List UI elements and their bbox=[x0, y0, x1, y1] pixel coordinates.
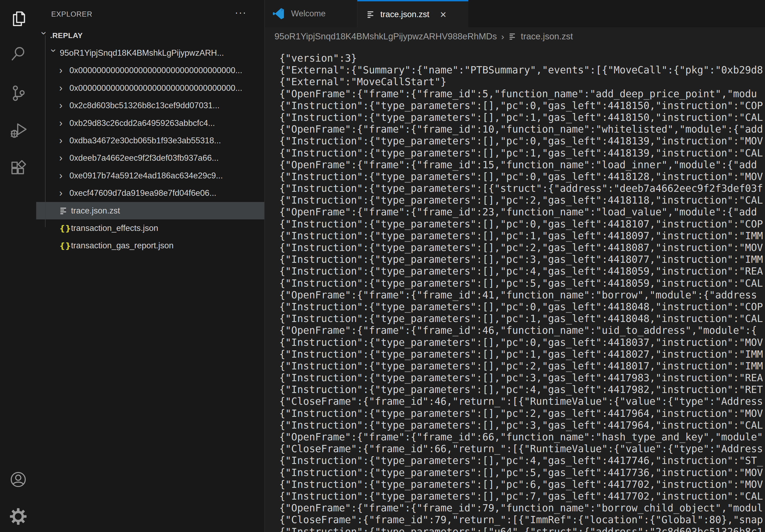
editor-content[interactable]: {"version":3}{"External":{"Summary":{"na… bbox=[265, 46, 765, 532]
code-line: {"OpenFrame":{"frame":{"frame_id":5,"fun… bbox=[279, 88, 765, 100]
tree-item-transaction-gas-report-json[interactable]: {}transaction_gas_report.json bbox=[36, 237, 264, 254]
settings-gear-icon[interactable] bbox=[0, 500, 36, 532]
code-line: {"Instruction":{"type_parameters":[{"str… bbox=[279, 183, 765, 194]
tree-item-label: 0xdeeb7a4662eec9f2f3def03fb937a66... bbox=[69, 153, 219, 163]
tree-item-folder[interactable]: ›0xb29d83c26cdd2a64959263abbcfc4... bbox=[36, 115, 264, 132]
explorer-icon[interactable] bbox=[0, 3, 36, 35]
file-tree: ›.REPLAY›95oR1YipjSnqd18K4BMshkLgPijypwz… bbox=[36, 27, 264, 254]
chevron-right-icon: › bbox=[59, 100, 69, 111]
editor-group: Welcome trace.json.zst × 95oR1YipjSnqd18… bbox=[265, 0, 765, 532]
tree-item-label: transaction_gas_report.json bbox=[71, 241, 174, 250]
code-line: {"Instruction":{"type_parameters":[],"pc… bbox=[279, 278, 765, 289]
file-lines-icon bbox=[367, 10, 375, 19]
code-line: {"Instruction":{"type_parameters":[],"pc… bbox=[279, 349, 765, 360]
code-line: {"Instruction":{"type_parameters":[],"pc… bbox=[279, 135, 765, 147]
section-replay[interactable]: ›.REPLAY bbox=[36, 27, 264, 44]
code-line: {"version":3} bbox=[279, 53, 765, 64]
code-line: {"Instruction":{"type_parameters":[],"pc… bbox=[279, 455, 765, 467]
breadcrumb: 95oR1YipjSnqd18K4BMshkLgPijypwzARHV988eR… bbox=[265, 27, 765, 46]
breadcrumb-file[interactable]: trace.json.zst bbox=[521, 31, 573, 42]
code-line: {"OpenFrame":{"frame":{"frame_id":15,"fu… bbox=[279, 159, 765, 171]
code-line: {"Instruction":{"type_parameters":[],"pc… bbox=[279, 112, 765, 124]
account-icon[interactable] bbox=[0, 463, 36, 496]
code-line: {"OpenFrame":{"frame":{"frame_id":10,"fu… bbox=[279, 124, 765, 135]
close-tab-icon[interactable]: × bbox=[440, 9, 446, 20]
json-file-icon: {} bbox=[59, 223, 71, 233]
activity-bar bbox=[0, 0, 36, 532]
tree-item-folder[interactable]: ›0xdeeb7a4662eec9f2f3def03fb937a66... bbox=[36, 149, 264, 167]
code-line: {"Instruction":{"type_parameters":[],"pc… bbox=[279, 313, 765, 325]
tree-item-label: trace.json.zst bbox=[71, 206, 120, 216]
search-icon[interactable] bbox=[0, 38, 36, 70]
chevron-right-icon: › bbox=[59, 118, 69, 129]
code-line: {"Instruction":{"type_parameters":[],"pc… bbox=[279, 265, 765, 277]
tree-item-label: 0x2c8d603bc51326b8c13cef9dd07031... bbox=[69, 101, 220, 111]
code-line: {"CloseFrame":{"frame_id":66,"return_":[… bbox=[279, 443, 765, 455]
tree-item-label: 95oR1YipjSnqd18K4BMshkLgPijypwzARH... bbox=[60, 48, 224, 58]
chevron-right-icon: › bbox=[501, 31, 504, 42]
code-line: {"Instruction":{"type_parameters":[],"pc… bbox=[279, 218, 765, 230]
code-line: {"External":{"Summary":{"name":"PTBSumma… bbox=[279, 64, 765, 76]
code-line: {"Instruction":{"type_parameters":[],"pc… bbox=[279, 467, 765, 479]
run-and-debug-icon[interactable] bbox=[0, 115, 36, 146]
vscode-window: EXPLORER ··· ›.REPLAY›95oR1YipjSnqd18K4B… bbox=[0, 0, 765, 532]
chevron-down-icon: › bbox=[48, 49, 59, 59]
chevron-right-icon: › bbox=[59, 170, 69, 181]
indent-guide bbox=[45, 35, 46, 227]
tree-item-label: 0x0000000000000000000000000000000000... bbox=[69, 83, 242, 93]
code-line: {"Instruction":{"type_parameters":[],"pc… bbox=[279, 490, 765, 502]
code-line: {"Instruction":{"type_parameters":[],"pc… bbox=[279, 337, 765, 349]
chevron-right-icon: › bbox=[59, 65, 69, 76]
tree-item-label: 0xe0917b74a5912e4ad186ac634e29c9... bbox=[69, 171, 223, 180]
chevron-right-icon: › bbox=[59, 83, 69, 94]
code-line: {"Instruction":{"type_parameters":[],"pc… bbox=[279, 419, 765, 431]
code-line: {"Instruction":{"type_parameters":[],"pc… bbox=[279, 384, 765, 396]
tree-item-label: 0x0000000000000000000000000000000000... bbox=[69, 66, 242, 75]
vscode-logo-icon bbox=[272, 8, 285, 20]
explorer-title: EXPLORER bbox=[51, 10, 92, 19]
code-line: {"OpenFrame":{"frame":{"frame_id":66,"fu… bbox=[279, 431, 765, 443]
tree-item-folder[interactable]: ›0x0000000000000000000000000000000000... bbox=[36, 62, 264, 79]
extensions-icon[interactable] bbox=[0, 151, 36, 183]
code-line: {"Instruction":{"type_parameters":[],"pc… bbox=[279, 408, 765, 419]
tree-item-folder[interactable]: ›0xdba34672e30cb065b1f93e3ab55318... bbox=[36, 132, 264, 149]
code-line: {"Instruction":{"type_parameters":[],"pc… bbox=[279, 301, 765, 313]
code-line: {"OpenFrame":{"frame":{"frame_id":23,"fu… bbox=[279, 206, 765, 218]
code-line: {"Instruction":{"type_parameters":[],"pc… bbox=[279, 372, 765, 384]
chevron-right-icon: › bbox=[59, 152, 69, 164]
tree-item-label: 0xdba34672e30cb065b1f93e3ab55318... bbox=[69, 136, 221, 145]
chevron-down-icon: › bbox=[38, 31, 50, 42]
breadcrumb-folder[interactable]: 95oR1YipjSnqd18K4BMshkLgPijypwzARHV988eR… bbox=[275, 31, 497, 42]
tree-item-trace-json-zst[interactable]: trace.json.zst bbox=[36, 202, 264, 219]
tree-item-folder[interactable]: ›95oR1YipjSnqd18K4BMshkLgPijypwzARH... bbox=[36, 44, 264, 62]
source-control-icon[interactable] bbox=[0, 77, 36, 109]
code-line: {"Instruction":{"type_parameters":[],"pc… bbox=[279, 254, 765, 265]
code-line: {"Instruction":{"type_parameters":[],"pc… bbox=[279, 100, 765, 112]
code-line: {"OpenFrame":{"frame":{"frame_id":46,"fu… bbox=[279, 325, 765, 337]
tree-item-folder[interactable]: ›0x0000000000000000000000000000000000... bbox=[36, 79, 264, 97]
json-file-icon: {} bbox=[59, 241, 71, 250]
code-line: {"Instruction":{"type_parameters":[],"pc… bbox=[279, 171, 765, 183]
tree-item-label: transaction_effects.json bbox=[71, 223, 158, 233]
tree-item-label: .REPLAY bbox=[50, 31, 83, 40]
tab-bar: Welcome trace.json.zst × bbox=[265, 0, 765, 27]
chevron-right-icon: › bbox=[59, 135, 69, 146]
file-lines-icon bbox=[508, 32, 516, 40]
code-line: {"Instruction":{"type_parameters":[],"pc… bbox=[279, 360, 765, 372]
tree-item-folder[interactable]: ›0xe0917b74a5912e4ad186ac634e29c9... bbox=[36, 167, 264, 184]
tab-trace-json-zst[interactable]: trace.json.zst × bbox=[357, 0, 468, 27]
code-line: {"Instruction":{"type_parameters":["u64"… bbox=[279, 526, 765, 532]
tree-item-label: 0xecf47609d7da919ea98e7fd04f6e06... bbox=[69, 188, 216, 198]
tree-item-folder[interactable]: ›0x2c8d603bc51326b8c13cef9dd07031... bbox=[36, 97, 264, 115]
code-line: {"CloseFrame":{"frame_id":79,"return_":[… bbox=[279, 514, 765, 526]
code-line: {"Instruction":{"type_parameters":[],"pc… bbox=[279, 147, 765, 159]
code-line: {"Instruction":{"type_parameters":[],"pc… bbox=[279, 479, 765, 490]
tree-item-folder[interactable]: ›0xecf47609d7da919ea98e7fd04f6e06... bbox=[36, 184, 264, 202]
more-actions-icon[interactable]: ··· bbox=[235, 7, 247, 19]
code-line: {"OpenFrame":{"frame":{"frame_id":41,"fu… bbox=[279, 289, 765, 301]
tree-item-transaction-effects-json[interactable]: {}transaction_effects.json bbox=[36, 219, 264, 237]
code-line: {"Instruction":{"type_parameters":[],"pc… bbox=[279, 242, 765, 254]
code-line: {"OpenFrame":{"frame":{"frame_id":79,"fu… bbox=[279, 502, 765, 514]
file-lines-icon bbox=[59, 206, 71, 215]
tab-welcome[interactable]: Welcome bbox=[265, 0, 357, 27]
